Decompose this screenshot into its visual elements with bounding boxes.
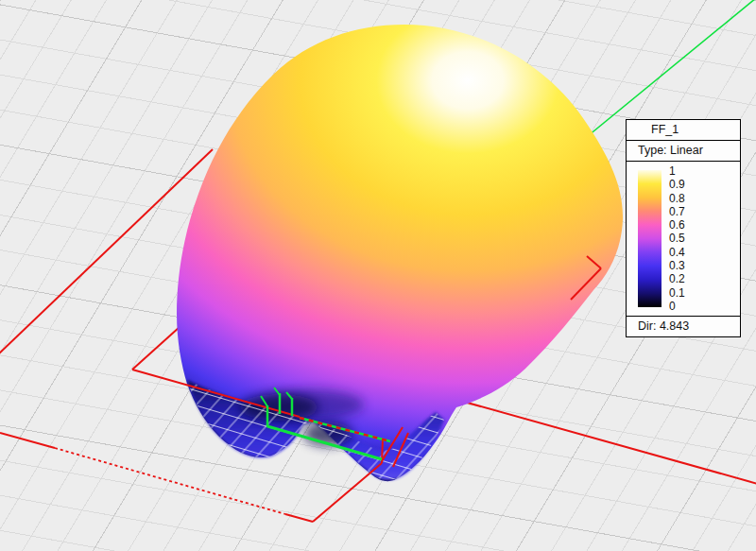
- viewport-3d[interactable]: FF_1 Type: Linear 10.90.80.70.60.50.40.3…: [0, 0, 756, 551]
- colorbar-tick-label: 0: [669, 300, 685, 313]
- colorbar-tick-label: 0.5: [669, 232, 685, 245]
- colorbar-tick-label: 1: [669, 164, 685, 178]
- legend-title: FF_1: [627, 120, 740, 141]
- legend-panel: FF_1 Type: Linear 10.90.80.70.60.50.40.3…: [626, 119, 741, 337]
- colorbar-area: 10.90.80.70.60.50.40.30.20.10: [627, 162, 740, 316]
- colorbar-tick-label: 0.1: [669, 286, 685, 300]
- legend-directivity: Dir: 4.843: [627, 316, 740, 336]
- colorbar-tick-label: 0.4: [669, 246, 685, 259]
- colorbar-swatch: [638, 170, 662, 307]
- colorbar-tick-label: 0.9: [669, 178, 685, 191]
- colorbar-tick-label: 0.3: [669, 259, 685, 272]
- red-edge-bottom-b: [55, 448, 285, 514]
- red-edge-bottom-a: [0, 433, 55, 448]
- colorbar-tick-label: 0.6: [669, 218, 685, 232]
- colorbar-tick-label: 0.7: [669, 205, 685, 218]
- colorbar-tick-label: 0.2: [669, 272, 685, 285]
- red-edge-south-up: [313, 463, 382, 522]
- red-edge-bottom-c: [285, 514, 313, 522]
- red-edge-lower-right: [430, 392, 756, 484]
- colorbar-tick-label: 0.8: [669, 192, 685, 205]
- legend-scale-type: Type: Linear: [627, 141, 740, 162]
- colorbar-ticks: 10.90.80.70.60.50.40.30.20.10: [669, 164, 685, 313]
